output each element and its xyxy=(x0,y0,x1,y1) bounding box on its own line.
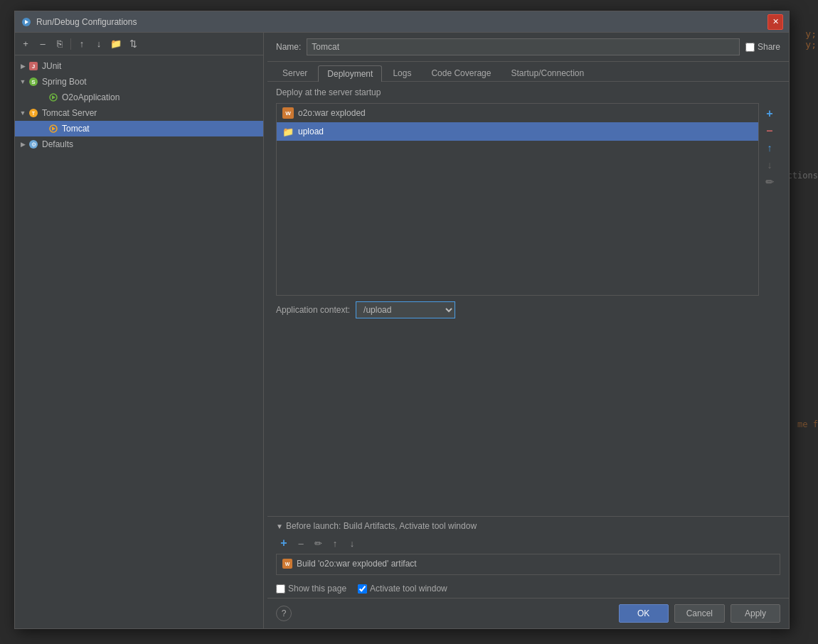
deploy-item-o2o-war[interactable]: W o2o:war exploded xyxy=(277,104,758,122)
before-launch-arrow: ▼ xyxy=(276,522,283,530)
dialog-icon xyxy=(21,16,32,28)
name-row: Name: Share xyxy=(267,33,789,62)
config-tree: ▶ J JUnit ▼ S xyxy=(15,55,263,628)
tree-item-spring-boot[interactable]: ▼ S Spring Boot xyxy=(15,74,263,90)
before-launch-toolbar: + – ✏ ↑ ↓ xyxy=(276,535,780,551)
bottom-buttons: ? OK Cancel Apply xyxy=(267,598,789,628)
tree-arrow-spring: ▼ xyxy=(18,78,28,85)
tree-item-tomcat[interactable]: Tomcat xyxy=(15,121,263,136)
before-launch-add-button[interactable]: + xyxy=(276,535,292,551)
svg-text:J: J xyxy=(32,63,35,70)
remove-config-button[interactable]: – xyxy=(35,36,51,52)
defaults-icon: ⚙ xyxy=(28,139,39,150)
svg-marker-11 xyxy=(52,127,55,131)
tab-startup-connection[interactable]: Startup/Connection xyxy=(501,65,593,81)
deploy-spacer xyxy=(267,324,789,517)
ok-button[interactable]: OK xyxy=(619,604,669,623)
svg-text:S: S xyxy=(31,79,36,85)
name-input[interactable] xyxy=(307,38,740,55)
before-launch-remove-button[interactable]: – xyxy=(293,535,309,551)
tree-label-spring: Spring Boot xyxy=(42,77,87,87)
tree-item-junit[interactable]: ▶ J JUnit xyxy=(15,58,263,74)
svg-marker-7 xyxy=(52,95,55,100)
share-label: Share xyxy=(758,42,780,52)
deploy-header: Deploy at the server startup xyxy=(267,82,789,103)
toolbar-separator-1 xyxy=(70,38,71,50)
dialog: Run/Debug Configurations ✕ + – ⎘ ↑ ↓ 📁 ⇅… xyxy=(14,11,790,629)
junit-icon: J xyxy=(28,60,39,72)
build-artifact-icon: W xyxy=(282,559,292,569)
tomcat-icon xyxy=(48,123,59,134)
before-launch-down-button[interactable]: ↓ xyxy=(344,535,360,551)
activate-tool-checkbox[interactable] xyxy=(358,584,367,594)
tree-item-o2o-app[interactable]: O2oApplication xyxy=(15,90,263,105)
right-panel: Name: Share Server Deployment Logs Code … xyxy=(267,33,789,628)
tree-label-junit: JUnit xyxy=(42,61,61,71)
cancel-button[interactable]: Cancel xyxy=(674,604,725,623)
context-label: Application context: xyxy=(276,305,350,315)
tab-code-coverage[interactable]: Code Coverage xyxy=(422,65,500,81)
svg-text:⚙: ⚙ xyxy=(31,141,36,148)
context-row: Application context: /upload / /o2o xyxy=(267,296,789,324)
activate-tool-label: Activate tool window xyxy=(370,584,447,594)
tab-server[interactable]: Server xyxy=(273,65,317,81)
tab-deployment[interactable]: Deployment xyxy=(318,65,382,82)
activate-tool-checkbox-item: Activate tool window xyxy=(358,584,447,594)
move-down-button[interactable]: ↓ xyxy=(91,36,107,52)
tomcat-server-icon: T xyxy=(28,107,39,119)
o2o-app-icon xyxy=(48,92,59,103)
before-launch-up-button[interactable]: ↑ xyxy=(327,535,343,551)
tab-content-deployment: Deploy at the server startup W o2o:war e… xyxy=(267,82,789,628)
show-page-checkbox-item: Show this page xyxy=(276,584,346,594)
before-launch-title: Before launch: Build Artifacts, Activate… xyxy=(286,521,477,531)
tree-label-defaults: Defaults xyxy=(42,139,73,149)
tree-label-tomcat: Tomcat xyxy=(62,124,90,134)
deploy-move-down-button[interactable]: ↓ xyxy=(762,157,777,173)
show-page-checkbox[interactable] xyxy=(276,584,285,594)
tree-arrow-tomcat-server: ▼ xyxy=(18,109,28,117)
title-bar: Run/Debug Configurations ✕ xyxy=(15,11,789,33)
dialog-title: Run/Debug Configurations xyxy=(36,17,767,27)
tree-arrow-junit: ▶ xyxy=(18,63,28,70)
name-label: Name: xyxy=(276,42,301,52)
config-toolbar: + – ⎘ ↑ ↓ 📁 ⇅ xyxy=(15,33,263,55)
before-launch-item-build[interactable]: W Build 'o2o:war exploded' artifact xyxy=(277,554,780,573)
help-button[interactable]: ? xyxy=(276,606,292,621)
tab-logs[interactable]: Logs xyxy=(383,65,420,81)
folder-icon-upload: 📁 xyxy=(282,126,294,137)
deploy-item-upload[interactable]: 📁 upload xyxy=(277,122,758,141)
tree-arrow-defaults: ▶ xyxy=(18,141,28,148)
left-panel: + – ⎘ ↑ ↓ 📁 ⇅ ▶ J xyxy=(15,33,264,628)
deploy-item-label-upload: upload xyxy=(298,127,324,136)
share-checkbox[interactable] xyxy=(745,43,755,52)
tree-item-tomcat-server[interactable]: ▼ T Tomcat Server xyxy=(15,105,263,121)
tabs-bar: Server Deployment Logs Code Coverage Sta… xyxy=(267,62,789,82)
before-launch-list: W Build 'o2o:war exploded' artifact xyxy=(276,554,780,575)
folder-button[interactable]: 📁 xyxy=(108,36,124,52)
checkboxes-row: Show this page Activate tool window xyxy=(267,579,789,598)
deploy-side-buttons: + – ↑ ↓ ✏ xyxy=(759,103,780,296)
before-launch-edit-button[interactable]: ✏ xyxy=(310,535,326,551)
add-config-button[interactable]: + xyxy=(18,36,33,52)
tree-label-o2o: O2oApplication xyxy=(62,92,119,102)
show-page-label: Show this page xyxy=(288,584,346,594)
tree-label-tomcat-server: Tomcat Server xyxy=(42,108,97,118)
sort-button[interactable]: ⇅ xyxy=(125,36,141,52)
context-select[interactable]: /upload / /o2o xyxy=(356,301,455,318)
svg-text:T: T xyxy=(32,111,36,116)
close-button[interactable]: ✕ xyxy=(767,14,783,30)
deploy-remove-button[interactable]: – xyxy=(762,123,777,139)
share-area: Share xyxy=(745,42,780,52)
move-up-button[interactable]: ↑ xyxy=(74,36,90,52)
war-icon: W xyxy=(282,107,294,119)
deploy-item-label-o2o: o2o:war exploded xyxy=(298,108,366,118)
before-launch-item-label: Build 'o2o:war exploded' artifact xyxy=(297,559,417,569)
before-launch-header: ▼ Before launch: Build Artifacts, Activa… xyxy=(276,521,780,531)
deploy-edit-button[interactable]: ✏ xyxy=(762,174,777,190)
tree-item-defaults[interactable]: ▶ ⚙ Defaults xyxy=(15,136,263,152)
copy-config-button[interactable]: ⎘ xyxy=(52,36,68,52)
spring-icon: S xyxy=(28,76,39,87)
deploy-add-button[interactable]: + xyxy=(762,106,777,122)
apply-button[interactable]: Apply xyxy=(731,604,780,623)
deploy-move-up-button[interactable]: ↑ xyxy=(762,140,777,156)
